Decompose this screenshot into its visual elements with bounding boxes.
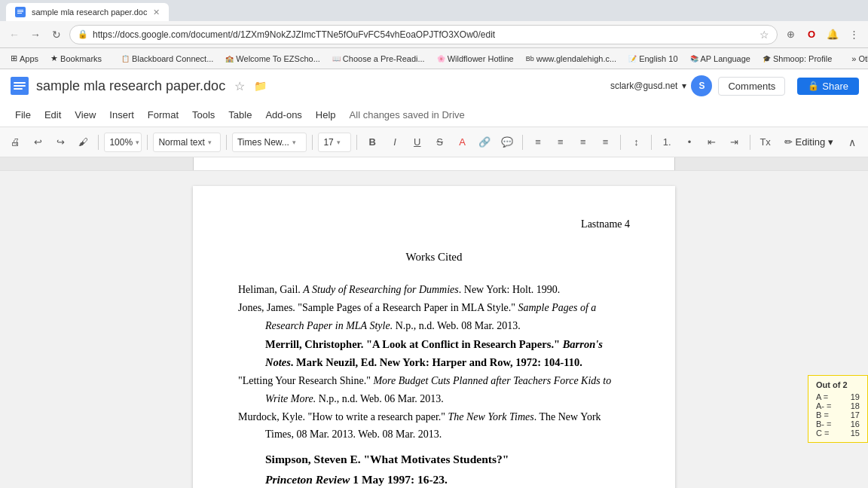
bookmark-other[interactable]: » Other Bookmarks (847, 53, 868, 65)
toolbar-sep-9 (750, 135, 750, 150)
aplanguage-favicon: 📚 (690, 55, 698, 63)
wildflower-favicon: 🌸 (437, 55, 445, 63)
bookmark-ezschool[interactable]: 🏫 Welcome To EZScho... (221, 53, 324, 65)
menu-table[interactable]: Table (222, 106, 258, 124)
reload-button[interactable]: ↻ (48, 26, 65, 43)
underline-button[interactable]: U (408, 133, 427, 152)
insert-comment-button[interactable]: 💬 (497, 133, 517, 152)
comments-button[interactable]: Comments (718, 77, 785, 96)
text-color-button[interactable]: A (453, 133, 472, 152)
score-card-title: Out of 2 (816, 380, 860, 389)
english10-favicon: 📝 (628, 55, 637, 63)
style-select[interactable]: Normal text ▾ (153, 133, 221, 152)
toolbar-sep-5 (356, 135, 357, 150)
document-title[interactable]: sample mla research paper.doc (36, 78, 225, 94)
line-spacing-button[interactable]: ↕ (626, 133, 646, 152)
unordered-list-button[interactable]: • (680, 133, 699, 152)
bookmark-bookmarks[interactable]: ★ Bookmarks (46, 52, 106, 65)
increase-indent-button[interactable]: ⇥ (725, 133, 744, 152)
size-select[interactable]: 17 ▾ (318, 133, 351, 152)
nav-action-icons: ⊕ O 🔔 ⋮ (782, 26, 862, 43)
share-button[interactable]: 🔒 Share (797, 78, 859, 95)
menu-icon[interactable]: ⋮ (845, 26, 862, 43)
extensions-icon[interactable]: ⊕ (782, 26, 799, 43)
tab-favicon (15, 7, 26, 17)
menu-format[interactable]: Format (142, 106, 185, 124)
gdocs-title-row: sample mla research paper.doc ☆ 📁 sclark… (0, 69, 868, 102)
align-justify-button[interactable]: ≡ (596, 133, 616, 152)
score-row-bminus: B- = 16 (816, 419, 860, 429)
apps-grid-icon: ⊞ (11, 53, 17, 63)
insert-link-button[interactable]: 🔗 (475, 133, 494, 152)
menu-tools[interactable]: Tools (186, 106, 221, 124)
ruler (0, 157, 868, 171)
toolbar-sep-3 (226, 135, 227, 150)
print-button[interactable]: 🖨 (6, 133, 26, 152)
menu-help[interactable]: Help (310, 106, 342, 124)
toolbar-sep-7 (620, 135, 621, 150)
forward-button[interactable]: → (27, 26, 44, 43)
bookmark-glendale[interactable]: Bb www.glendalehigh.c... (521, 53, 621, 65)
font-select[interactable]: Times New... ▾ (232, 133, 307, 152)
bookmark-ap-language[interactable]: 📚 AP Language (686, 53, 755, 65)
redo-button[interactable]: ↪ (51, 133, 71, 152)
collapse-toolbar-button[interactable]: ∧ (842, 133, 862, 152)
notification-icon[interactable]: 🔔 (824, 26, 841, 43)
decrease-indent-button[interactable]: ⇤ (702, 133, 722, 152)
document-area[interactable]: Lastname 4 Works Cited Heliman, Gail. A … (0, 171, 868, 488)
svg-rect-1 (17, 10, 23, 11)
clear-formatting-button[interactable]: Tx (756, 133, 775, 152)
svg-rect-2 (17, 11, 23, 12)
browser-frame: sample mla research paper.doc ✕ ← → ↻ 🔒 … (0, 0, 868, 488)
citation-2: Jones, James. "Sample Pages of a Researc… (238, 299, 630, 335)
align-right-button[interactable]: ≡ (573, 133, 593, 152)
font-arrow-icon: ▾ (292, 139, 296, 146)
address-bar[interactable]: 🔒 https://docs.google.com/document/d/1ZX… (69, 25, 778, 44)
user-avatar[interactable]: S (691, 75, 712, 96)
star-icon: ★ (50, 53, 58, 63)
paintformat-button[interactable]: 🖌 (74, 133, 93, 152)
italic-button[interactable]: I (385, 133, 405, 152)
back-button[interactable]: ← (6, 26, 23, 43)
menu-file[interactable]: File (9, 106, 37, 124)
document-folder-button[interactable]: 📁 (254, 80, 267, 92)
ordered-list-button[interactable]: 1. (657, 133, 677, 152)
editing-arrow-icon: ▾ (828, 136, 833, 148)
align-center-button[interactable]: ≡ (551, 133, 570, 152)
score-row-b: B = 17 (816, 410, 860, 419)
zoom-select[interactable]: 100% ▾ (104, 133, 142, 152)
works-cited-title: Works Cited (238, 248, 630, 266)
bookmark-wildflower[interactable]: 🌸 Wildflower Hotline (432, 53, 518, 65)
bookmark-english10[interactable]: 📝 English 10 (624, 53, 682, 65)
bookmark-prereading[interactable]: 📖 Choose a Pre-Readi... (328, 53, 429, 65)
bookmark-shmoop[interactable]: 🎓 Shmoop: Profile (758, 53, 836, 65)
svg-rect-7 (14, 88, 23, 90)
pencil-icon: ✏ (784, 136, 793, 148)
gdocs-toolbar: 🖨 ↩ ↪ 🖌 100% ▾ Normal text ▾ Times New..… (0, 127, 868, 157)
menu-edit[interactable]: Edit (38, 106, 67, 124)
toolbar-sep-1 (98, 135, 99, 150)
bookmark-star-icon[interactable]: ☆ (760, 29, 769, 41)
align-left-button[interactable]: ≡ (528, 133, 548, 152)
citation-7: Princeton Review 1 May 1997: 16-23. (238, 470, 630, 488)
editing-mode-button[interactable]: ✏ Editing ▾ (778, 134, 840, 150)
document-star-button[interactable]: ☆ (234, 79, 245, 93)
bold-button[interactable]: B (362, 133, 382, 152)
svg-rect-6 (14, 85, 26, 87)
bookmark-blackboard[interactable]: 📋 Blackboard Connect... (117, 53, 218, 65)
undo-button[interactable]: ↩ (29, 133, 48, 152)
active-tab[interactable]: sample mla research paper.doc ✕ (6, 3, 169, 21)
tab-title: sample mla research paper.doc (32, 8, 147, 17)
tab-close-button[interactable]: ✕ (153, 8, 160, 17)
page-header: Lastname 4 (238, 216, 630, 233)
opera-icon[interactable]: O (803, 26, 820, 43)
document-page: Lastname 4 Works Cited Heliman, Gail. A … (193, 186, 675, 488)
menu-addons[interactable]: Add-ons (259, 106, 307, 124)
bookmark-apps[interactable]: ⊞ Apps (6, 52, 43, 65)
user-account-button[interactable]: sclark@gusd.net ▾ S (610, 75, 713, 96)
menu-insert[interactable]: Insert (103, 106, 140, 124)
strikethrough-button[interactable]: S (430, 133, 450, 152)
svg-rect-5 (14, 82, 26, 84)
menu-view[interactable]: View (69, 106, 102, 124)
score-row-a: A = 19 (816, 392, 860, 401)
